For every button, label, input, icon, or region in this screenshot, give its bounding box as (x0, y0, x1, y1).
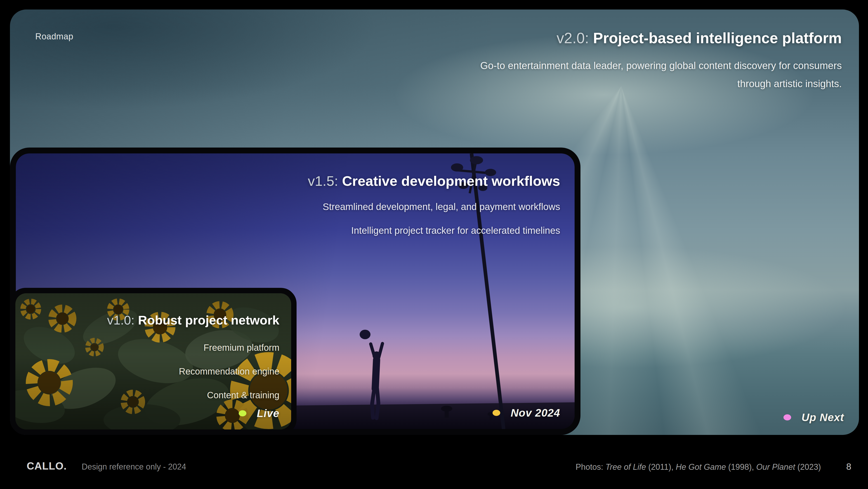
v1-0-status: Live (239, 407, 279, 420)
photo-credits-prefix: Photos: (576, 462, 605, 471)
status-dot (783, 414, 791, 421)
v1-5-status-label: Nov 2024 (510, 407, 560, 419)
footer-left: CALLO. Design reference only - 2024 (27, 460, 186, 472)
slide-title: Roadmap (35, 32, 73, 41)
v1-5-heading: v1.5: Creative development workflows (308, 173, 560, 189)
v1-0-heading: v1.0: Robust project network (107, 313, 279, 327)
v2-title: Project-based intelligence platform (593, 30, 842, 47)
v2-subtitle-line2: through artistic insights. (480, 75, 842, 93)
v2-heading: v2.0: Project-based intelligence platfor… (557, 29, 842, 47)
v1-0-version-label: v1.0: (107, 313, 138, 327)
status-dot (493, 410, 500, 416)
footer-note: Design reference only - 2024 (82, 462, 186, 471)
v1-5-title: Creative development workflows (342, 173, 560, 189)
v1-0-bullet-list: Freemium platform Recommendation engine … (179, 343, 279, 414)
photo-credit-title: Tree of Life (606, 462, 646, 471)
v1-5-bullet: Streamlined development, legal, and paym… (322, 201, 560, 212)
v2-subtitle-line1: Go-to entertainment data leader, powerin… (480, 57, 842, 75)
photo-credit-year: (2011), (646, 462, 676, 471)
photo-credit-title: Our Planet (756, 462, 795, 471)
photo-credit-year: (1998), (726, 462, 756, 471)
v2-subtitle: Go-to entertainment data leader, powerin… (480, 57, 842, 93)
v1-0-status-label: Live (257, 407, 279, 420)
photo-credit-title: He Got Game (676, 462, 726, 471)
page-number: 8 (846, 462, 851, 472)
status-dot (239, 410, 246, 416)
v1-5-version-label: v1.5: (308, 173, 342, 189)
photo-credit-year: (2023) (795, 462, 821, 471)
v1-0-bullet: Recommendation engine (179, 366, 279, 377)
v1-5-bullet-list: Streamlined development, legal, and paym… (322, 201, 560, 249)
brand-logo: CALLO. (27, 460, 67, 472)
card-v1-0: v1.0: Robust project network Freemium pl… (10, 288, 297, 435)
v1-0-bullet: Content & training (179, 390, 279, 400)
v1-5-bullet: Intelligent project tracker for accelera… (322, 225, 560, 236)
v2-version-label: v2.0: (557, 30, 593, 47)
v1-5-status: Nov 2024 (493, 407, 560, 419)
footer-right: Photos: Tree of Life (2011), He Got Game… (576, 462, 851, 472)
v2-status: Up Next (783, 411, 844, 424)
photo-credits: Photos: Tree of Life (2011), He Got Game… (576, 462, 821, 472)
v2-status-label: Up Next (802, 411, 844, 424)
v1-0-bullet: Freemium platform (179, 343, 279, 353)
v1-0-title: Robust project network (138, 313, 279, 327)
